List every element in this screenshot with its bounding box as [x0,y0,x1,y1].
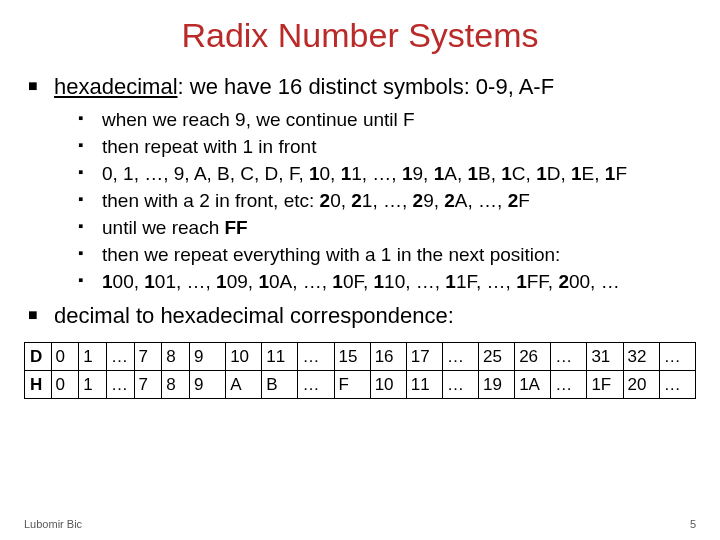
sub-item: then repeat with 1 in front [102,134,696,159]
bullet-hexadecimal: hexadecimal: we have 16 distinct symbols… [54,73,696,294]
sub-item: then we repeat everything with a 1 in th… [102,242,696,267]
sub-item: until we reach FF [102,215,696,240]
sub-item: 0, 1, …, 9, A, B, C, D, F, 10, 11, …, 19… [102,161,696,186]
row-header-d: D [25,342,52,370]
row-header-h: H [25,370,52,398]
footer-author: Lubomir Bic [24,518,82,530]
page-number: 5 [690,518,696,530]
conversion-table: D 0 1 … 7 8 9 10 11 … 15 16 17 … 25 26 … [24,342,696,400]
sub-item: then with a 2 in front, etc: 20, 21, …, … [102,188,696,213]
table-row: D 0 1 … 7 8 9 10 11 … 15 16 17 … 25 26 … [25,342,696,370]
hex-label: hexadecimal [54,74,178,99]
slide-title: Radix Number Systems [24,16,696,55]
sub-item: 100, 101, …, 109, 10A, …, 10F, 110, …, 1… [102,269,696,294]
sub-item: when we reach 9, we continue until F [102,107,696,132]
hex-rest: : we have 16 distinct symbols: 0-9, A-F [178,74,555,99]
content-area: hexadecimal: we have 16 distinct symbols… [24,73,696,399]
table-row: H 0 1 … 7 8 9 A B … F 10 11 … 19 1A … [25,370,696,398]
bullet-dec-to-hex: decimal to hexadecimal correspondence: [54,302,696,330]
